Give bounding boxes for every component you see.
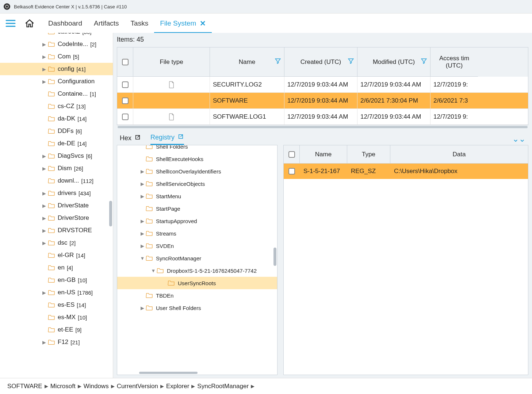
cell-filetype [133,109,210,125]
column-header-name[interactable]: Name [300,145,347,163]
registry-tree-item[interactable]: ▶ShellIconOverlayIdentifiers [117,165,277,177]
folder-icon [47,66,56,72]
horizontal-scrollbar[interactable] [139,372,198,374]
column-header-checkbox[interactable] [117,47,133,77]
tree-item[interactable]: ▶DriverStore [0,212,113,224]
column-header-filetype[interactable]: File type [133,47,210,77]
tree-item[interactable]: en[4] [0,261,113,274]
registry-tree-item[interactable]: UserSyncRoots [117,277,277,289]
registry-tree-item[interactable]: ▶StartMenu [117,190,277,202]
tree-item[interactable]: cs-CZ[13] [0,100,113,112]
folder-icon [47,264,56,271]
tree-item[interactable]: da-DK[14] [0,112,113,125]
lower-tab-hex[interactable]: Hex [120,134,141,145]
tree-item[interactable]: ▶dsc[2] [0,237,113,249]
registry-tree-item[interactable]: Shell Folders [117,145,277,153]
breadcrumb-item[interactable]: SOFTWARE [7,383,42,390]
tree-item-count: [13] [76,103,85,110]
hamburger-icon[interactable] [4,17,17,30]
registry-tree-item[interactable]: ▶StartupApproved [117,215,277,227]
chevron-right-icon: ▶ [191,383,195,389]
tab-dashboard[interactable]: Dashboard [42,14,88,33]
row-checkbox[interactable] [284,164,300,179]
tab-file-system[interactable]: File System✕ [154,14,212,33]
tab-artifacts[interactable]: Artifacts [88,14,125,33]
breadcrumb-item[interactable]: Windows [84,383,109,390]
tree-item[interactable]: ▶en-US[1786] [0,286,113,299]
breadcrumb-item[interactable]: CurrentVersion [117,383,158,390]
registry-tree[interactable]: Shell FoldersShellExecuteHooks▶ShellIcon… [117,145,278,375]
scrollbar-thumb[interactable] [273,248,276,266]
registry-tree-item[interactable]: ▼SyncRootManager [117,252,277,264]
tree-item[interactable]: ▶DRVSTORE [0,224,113,237]
registry-tree-item[interactable]: ▶ShellServiceObjects [117,177,277,190]
registry-tree-item[interactable]: ▼Dropbox!S-1-5-21-1676245047-7742 [117,264,277,277]
folder-icon [47,128,56,134]
row-checkbox[interactable] [117,109,133,125]
tree-item[interactable]: de-DE[14] [0,137,113,150]
tree-item[interactable]: Containe...[1] [0,88,113,100]
tree-item[interactable]: en-GB[10] [0,274,113,286]
row-checkbox[interactable] [117,77,133,92]
table-row[interactable]: SECURITY.LOG212/7/2019 9:03:44 AM12/7/20… [117,77,528,93]
folder-icon [47,78,56,85]
registry-tree-item[interactable]: ShellExecuteHooks [117,153,277,165]
popout-icon[interactable] [134,134,141,142]
close-icon[interactable]: ✕ [200,19,206,28]
horizontal-scrollbar[interactable] [118,126,528,128]
tree-item[interactable]: ▶CodeInte...[2] [0,38,113,50]
folder-icon [146,292,154,299]
filter-icon[interactable] [348,58,354,66]
chevron-down-icon[interactable]: ⌄⌄ [512,134,525,144]
file-tree-sidebar[interactable]: catroot2[35]▶CodeInte...[2]▶Com[5]▶confi… [0,33,113,378]
tree-item-label: en-US [58,289,75,296]
filter-icon[interactable] [421,58,427,66]
title-bar: Belkasoft Evidence Center X | v.1.5.6736… [0,0,532,13]
column-header-type[interactable]: Type [347,145,390,163]
tree-item[interactable]: catroot2[35] [0,33,113,38]
scrollbar-thumb[interactable] [109,201,112,226]
breadcrumb-item[interactable]: SyncRootManager [197,383,249,390]
tree-item[interactable]: ▶F12[21] [0,336,113,348]
folder-icon [47,252,56,259]
breadcrumb-item[interactable]: Explorer [166,383,189,390]
folder-icon [47,91,56,97]
popout-icon[interactable] [177,133,184,142]
tree-item[interactable]: ▶config[41] [0,63,113,75]
tree-item[interactable]: ▶DriverState [0,199,113,212]
home-icon[interactable] [23,17,36,30]
column-header-data[interactable]: Data [390,145,528,163]
tree-item[interactable]: DDFs[6] [0,125,113,137]
tree-item[interactable]: ▶Configuration [0,75,113,88]
tree-item[interactable]: downl...[112] [0,175,113,187]
breadcrumb-item[interactable]: Microsoft [50,383,76,390]
table-row[interactable]: SOFTWARE.LOG112/7/2019 9:03:44 AM12/7/20… [117,109,528,125]
chevron-right-icon: ▶ [251,383,254,389]
tree-item[interactable]: ▶Dism[26] [0,162,113,175]
column-header-modified[interactable]: Modified (UTC) [357,47,430,77]
column-header-created[interactable]: Created (UTC) [284,47,357,77]
tree-item[interactable]: es-ES[14] [0,299,113,311]
caret-icon: ▶ [139,243,146,249]
tree-item[interactable]: ▶drivers[434] [0,187,113,199]
tree-item-label: DRVSTORE [58,227,92,234]
registry-tree-item[interactable]: ▶Streams [117,227,277,240]
registry-tree-item[interactable]: ▶User Shell Folders [117,302,277,314]
tree-item[interactable]: et-EE[9] [0,324,113,336]
lower-tab-registry[interactable]: Registry [150,133,184,145]
tree-item[interactable]: el-GR[14] [0,249,113,261]
tab-tasks[interactable]: Tasks [125,14,154,33]
tree-item[interactable]: es-MX[10] [0,311,113,324]
tree-item[interactable]: ▶DiagSvcs[6] [0,150,113,162]
tree-item[interactable]: ▶Com[5] [0,50,113,63]
column-header-name[interactable]: Name [210,47,284,77]
registry-tree-item[interactable]: ▶SVDEn [117,240,277,252]
registry-value-row[interactable]: S-1-5-21-167REG_SZC:\Users\Hika\Dropbox [284,164,528,179]
table-row[interactable]: SOFTWARE12/7/2019 9:03:44 AM2/6/2021 7:3… [117,93,528,109]
column-header-access[interactable]: Access tim(UTC) [430,47,478,77]
registry-tree-item[interactable]: TBDEn [117,289,277,302]
row-checkbox[interactable] [117,93,133,108]
registry-tree-item[interactable]: StartPage [117,202,277,215]
filter-icon[interactable] [275,58,281,66]
column-header-checkbox[interactable] [284,145,300,163]
